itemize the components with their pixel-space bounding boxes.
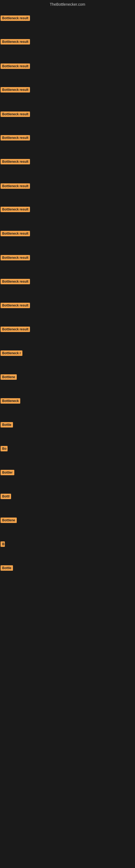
bottleneck-item-3[interactable]: Bottleneck result: [1, 63, 30, 70]
bottleneck-badge-15: Bottleneck r: [1, 350, 22, 356]
bottleneck-item-8[interactable]: Bottleneck result: [1, 183, 30, 190]
bottleneck-badge-2: Bottleneck result: [1, 39, 30, 44]
bottleneck-badge-9: Bottleneck result: [1, 207, 30, 212]
bottleneck-badge-13: Bottleneck result: [1, 303, 30, 308]
site-title: TheBottlenecker.com: [0, 0, 135, 8]
bottleneck-item-1[interactable]: Bottleneck result: [1, 16, 30, 22]
bottleneck-item-9[interactable]: Bottleneck result: [1, 207, 30, 213]
bottleneck-badge-4: Bottleneck result: [1, 87, 30, 93]
bottleneck-badge-10: Bottleneck result: [1, 231, 30, 236]
bottleneck-badge-3: Bottleneck result: [1, 63, 30, 69]
bottleneck-item-4[interactable]: Bottleneck result: [1, 87, 30, 94]
bottleneck-badge-5: Bottleneck result: [1, 112, 30, 117]
bottleneck-item-13[interactable]: Bottleneck result: [1, 303, 30, 309]
bottleneck-badge-6: Bottleneck result: [1, 135, 30, 141]
bottleneck-badge-18: Bottle: [1, 422, 13, 428]
bottleneck-badge-22: Bottlene: [1, 518, 17, 523]
bottleneck-badge-1: Bottleneck result: [1, 16, 30, 21]
bottleneck-badge-17: Bottleneck: [1, 398, 20, 404]
bottleneck-badge-8: Bottleneck result: [1, 183, 30, 189]
bottleneck-badge-20: Bottler: [1, 470, 14, 475]
bottleneck-badge-7: Bottleneck result: [1, 159, 30, 164]
bottleneck-item-17[interactable]: Bottleneck: [1, 398, 20, 405]
bottleneck-item-7[interactable]: Bottleneck result: [1, 159, 30, 165]
bottleneck-badge-11: Bottleneck result: [1, 255, 30, 260]
bottleneck-item-19[interactable]: Bo: [1, 446, 8, 453]
bottleneck-badge-19: Bo: [1, 446, 8, 452]
bottleneck-item-10[interactable]: Bottleneck result: [1, 231, 30, 237]
bottleneck-item-6[interactable]: Bottleneck result: [1, 135, 30, 142]
bottleneck-item-22[interactable]: Bottlene: [1, 518, 17, 524]
bottleneck-item-15[interactable]: Bottleneck r: [1, 350, 22, 357]
bottleneck-item-20[interactable]: Bottler: [1, 470, 14, 476]
bottleneck-item-21[interactable]: Bottl: [1, 494, 11, 500]
bottleneck-badge-21: Bottl: [1, 494, 11, 499]
bottleneck-badge-16: Bottlene: [1, 374, 17, 380]
bottleneck-item-23[interactable]: B: [1, 541, 5, 548]
bottleneck-item-5[interactable]: Bottleneck result: [1, 112, 30, 118]
bottleneck-badge-23: B: [1, 541, 5, 547]
bottleneck-item-2[interactable]: Bottleneck result: [1, 39, 30, 45]
bottleneck-item-12[interactable]: Bottleneck result: [1, 279, 30, 285]
bottleneck-badge-24: Bottle: [1, 565, 13, 571]
bottleneck-badge-12: Bottleneck result: [1, 279, 30, 284]
bottleneck-badge-14: Bottleneck result: [1, 327, 30, 332]
bottleneck-item-14[interactable]: Bottleneck result: [1, 327, 30, 333]
bottleneck-item-16[interactable]: Bottlene: [1, 374, 17, 381]
bottleneck-item-18[interactable]: Bottle: [1, 422, 13, 429]
bottleneck-item-24[interactable]: Bottle: [1, 565, 13, 572]
bottleneck-item-11[interactable]: Bottleneck result: [1, 255, 30, 261]
